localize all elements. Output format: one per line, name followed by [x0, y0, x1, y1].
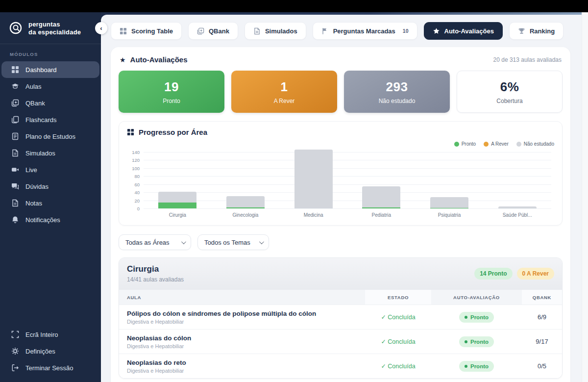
estado-value: ✓ Concluída — [365, 313, 431, 321]
sidebar-item-aulas[interactable]: Aulas — [1, 78, 99, 95]
tab-scoring-table[interactable]: Scoring Table — [111, 22, 182, 40]
sidebar-item-terminar-sessao[interactable]: Terminar Sessão — [1, 359, 99, 376]
tab-perguntas-marcadas[interactable]: Perguntas Marcadas 10 — [313, 22, 417, 40]
sidebar: perguntas da especialidade MÓDULOS Dashb… — [0, 12, 101, 382]
table-row[interactable]: Neoplasias do cólon Digestiva e Hepatobi… — [119, 329, 562, 354]
stat-label: Não estudado — [379, 98, 416, 104]
y-axis-tick: 100 — [132, 165, 140, 171]
sidebar-item-notas[interactable]: Notas — [1, 195, 99, 211]
stat-label: A Rever — [274, 98, 295, 104]
legend-item-nao-estudado: Não estudado — [516, 141, 554, 147]
bar-segment-n-o-estudado — [498, 206, 537, 208]
sidebar-item-label: QBank — [25, 100, 45, 107]
pronto-pill: Pronto — [459, 361, 494, 372]
stat-value: 6% — [500, 79, 519, 95]
legend-dot-green — [454, 142, 459, 147]
sidebar-item-definicoes[interactable]: Definições — [1, 343, 99, 359]
legend-label: Pronto — [462, 141, 476, 147]
legend-label: A Rever — [491, 141, 509, 147]
stat-card-cobertura[interactable]: 6% Cobertura — [457, 71, 563, 113]
tab-auto-avaliacoes[interactable]: Auto-Avaliações — [424, 22, 503, 40]
sidebar-item-flashcards[interactable]: Flashcards — [1, 111, 99, 128]
y-axis-tick: 60 — [134, 181, 140, 187]
y-axis-tick: 80 — [134, 174, 140, 179]
pronto-pill: Pronto — [459, 336, 494, 347]
sidebar-item-label: Simulados — [25, 150, 55, 157]
tab-label: Ranking — [530, 27, 555, 35]
tema-filter-select[interactable]: Todos os Temas — [197, 234, 269, 250]
sidebar-item-label: Dashboard — [25, 66, 57, 74]
x-axis-label: Pediatria — [372, 212, 391, 218]
bar-slot-sa-de-p-bl- — [483, 149, 551, 208]
sidebar-item-notificacoes[interactable]: Notificações — [1, 211, 99, 228]
sidebar-item-duvidas[interactable]: Dúvidas — [1, 178, 99, 195]
tab-simulados[interactable]: Simulados — [245, 22, 306, 40]
stat-card-nao-estudado[interactable]: 293 Não estudado — [344, 71, 450, 113]
column-header-aula: AULA — [119, 290, 365, 305]
bar-chart: 020406080100120140 CirurgiaGinecologiaMe… — [127, 149, 554, 219]
pill-label: Pronto — [470, 314, 489, 320]
column-header-auto-avaliacao: AUTO-AVALIAÇÃO — [431, 290, 522, 305]
vertical-scrollbar[interactable] — [582, 12, 588, 382]
tab-ranking[interactable]: Ranking — [509, 22, 564, 40]
stat-value: 293 — [386, 79, 408, 95]
pronto-count-badge: 14 Pronto — [474, 268, 512, 280]
estado-value: ✓ Concluída — [365, 362, 431, 370]
qbank-score: 9/17 — [522, 338, 562, 345]
notes-icon — [11, 199, 19, 207]
exam-file-icon — [11, 149, 19, 157]
section-subtitle: 14/41 aulas avaliadas — [127, 276, 184, 283]
sidebar-item-qbank[interactable]: QBank — [1, 95, 99, 111]
logo-text: perguntas da especialidade — [28, 21, 81, 36]
fullscreen-icon — [11, 331, 19, 338]
sidebar-item-live[interactable]: Live — [1, 161, 99, 178]
tab-label: QBank — [209, 27, 229, 35]
sidebar-item-simulados[interactable]: Simulados — [1, 145, 99, 161]
dot-icon — [465, 365, 467, 368]
cirurgia-section-card: Cirurgia 14/41 aulas avaliadas 14 Pronto… — [119, 257, 563, 379]
sidebar-item-dashboard[interactable]: Dashboard — [1, 61, 99, 78]
bar-segment-pronto — [430, 208, 468, 208]
bar-segment-n-o-estudado — [226, 196, 265, 207]
tab-qbank[interactable]: QBank — [188, 22, 238, 40]
stat-card-pronto[interactable]: 19 Pronto — [119, 71, 224, 113]
stat-card-a-rever[interactable]: 1 A Rever — [231, 71, 337, 113]
grid-icon — [120, 27, 127, 35]
sidebar-item-plano-de-estudos[interactable]: Plano de Estudos — [1, 128, 99, 145]
chat-icon — [11, 182, 19, 190]
auto-avaliacoes-panel: ★ Auto-Avaliações 20 de 313 aulas avalia… — [111, 47, 570, 382]
sidebar-item-label: Notas — [25, 200, 42, 207]
dashboard-icon — [11, 66, 19, 74]
trophy-icon — [518, 27, 525, 35]
main-content: Scoring Table QBank Simulados Perguntas … — [101, 15, 588, 382]
filters-row: Todas as Áreas Todos os Temas — [119, 234, 563, 250]
column-header-estado: ESTADO — [365, 290, 431, 305]
avaliacao-cell: Pronto — [431, 361, 522, 372]
bar-segment-n-o-estudado — [158, 192, 196, 203]
star-icon: ★ — [120, 56, 126, 64]
bar-slot-psiquiatria — [416, 149, 484, 208]
area-filter-value: Todas as Áreas — [125, 239, 170, 246]
panel-header: ★ Auto-Avaliações 20 de 313 aulas avalia… — [119, 54, 563, 64]
file-icon — [253, 27, 261, 35]
sidebar-collapse-button[interactable]: ‹ — [95, 22, 107, 34]
bar-segment-pronto — [362, 207, 400, 208]
graduation-cap-icon — [11, 82, 19, 90]
tab-count-badge: 10 — [403, 28, 409, 34]
gear-icon — [11, 347, 19, 355]
sidebar-item-ecra-inteiro[interactable]: Ecrã Inteiro — [1, 326, 99, 343]
chart-title: Progresso por Área — [127, 128, 554, 136]
flashcards-icon — [11, 116, 19, 124]
legend-item-a-rever: A Rever — [484, 141, 509, 147]
sidebar-spacer — [0, 228, 101, 326]
logo-icon — [8, 21, 24, 36]
table-row[interactable]: Pólipos do cólon e síndromes de polipose… — [119, 305, 562, 329]
sidebar-item-label: Notificações — [25, 216, 60, 224]
app-window: perguntas da especialidade MÓDULOS Dashb… — [0, 0, 588, 382]
bell-icon — [11, 216, 19, 224]
area-filter-select[interactable]: Todas as Áreas — [119, 234, 191, 250]
section-badges: 14 Pronto 0 A Rever — [474, 268, 554, 280]
stacked-bar — [226, 196, 265, 208]
section-header-text: Cirurgia 14/41 aulas avaliadas — [127, 264, 184, 283]
table-row[interactable]: Neoplasias do reto Digestiva e Hepatobil… — [119, 354, 562, 378]
